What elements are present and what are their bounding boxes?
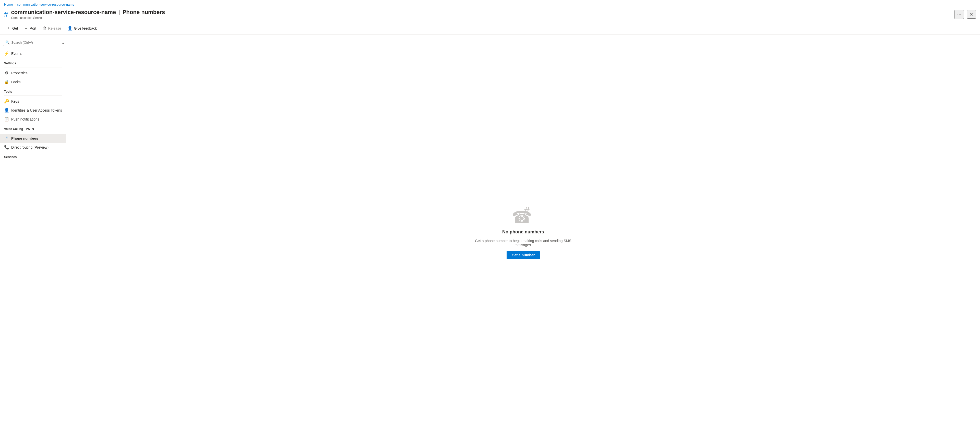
more-options-button[interactable]: ··· bbox=[955, 10, 964, 19]
voice-section-label: Voice Calling - PSTN bbox=[0, 124, 66, 132]
sidebar-item-events[interactable]: ⚡ Events bbox=[0, 49, 66, 58]
empty-state-title: No phone numbers bbox=[502, 229, 544, 234]
get-label: Get bbox=[12, 26, 18, 30]
page-title: communication-service-resource-name | Ph… bbox=[11, 9, 952, 16]
sidebar-item-keys[interactable]: 🔑 Keys bbox=[0, 97, 66, 106]
sidebar-item-label: Direct routing (Preview) bbox=[11, 145, 48, 149]
sidebar-item-identities[interactable]: 👤 Identities & User Access Tokens bbox=[0, 106, 66, 115]
port-icon: → bbox=[24, 26, 28, 30]
phone-numbers-icon: # bbox=[4, 136, 9, 141]
feedback-label: Give feedback bbox=[74, 26, 97, 30]
sidebar-item-label: Events bbox=[11, 52, 22, 56]
sidebar-item-push[interactable]: 📋 Push notifications bbox=[0, 115, 66, 124]
search-icon: 🔍 bbox=[5, 40, 10, 45]
services-section-label: Services bbox=[0, 152, 66, 160]
settings-section-label: Settings bbox=[0, 58, 66, 66]
search-input[interactable] bbox=[11, 41, 54, 45]
page-name: Phone numbers bbox=[123, 9, 165, 16]
sidebar-item-label: Identities & User Access Tokens bbox=[11, 108, 62, 112]
toolbar: ＋ Get → Port 🗑 Release 👤 Give feedback bbox=[0, 22, 980, 35]
sidebar-item-locks[interactable]: 🔒 Locks bbox=[0, 77, 66, 86]
port-button[interactable]: → Port bbox=[22, 24, 39, 32]
empty-state-subtitle: Get a phone number to begin making calls… bbox=[469, 239, 577, 247]
sidebar-item-properties[interactable]: ⚙ Properties bbox=[0, 69, 66, 77]
port-label: Port bbox=[30, 26, 37, 30]
release-label: Release bbox=[48, 26, 61, 30]
sidebar-item-direct-routing[interactable]: 📞 Direct routing (Preview) bbox=[0, 143, 66, 152]
locks-icon: 🔒 bbox=[4, 80, 9, 84]
events-icon: ⚡ bbox=[4, 51, 9, 56]
header-title-block: communication-service-resource-name | Ph… bbox=[11, 9, 952, 20]
search-box[interactable]: 🔍 bbox=[3, 39, 56, 46]
release-icon: 🗑 bbox=[42, 26, 46, 30]
breadcrumb-home[interactable]: Home bbox=[4, 3, 13, 6]
empty-state: ☎ # No phone numbers Get a phone number … bbox=[460, 195, 587, 270]
main-content: ☎ # No phone numbers Get a phone number … bbox=[66, 35, 980, 429]
voice-divider bbox=[4, 133, 62, 133]
settings-divider bbox=[4, 67, 62, 67]
feedback-icon: 👤 bbox=[67, 26, 73, 30]
get-icon: ＋ bbox=[6, 26, 11, 31]
release-button[interactable]: 🗑 Release bbox=[40, 24, 64, 32]
search-row: 🔍 « bbox=[0, 37, 66, 49]
identities-icon: 👤 bbox=[4, 108, 9, 113]
push-icon: 📋 bbox=[4, 117, 9, 121]
sidebar-item-label: Phone numbers bbox=[11, 136, 38, 140]
page-header: # communication-service-resource-name | … bbox=[0, 8, 980, 22]
breadcrumb-separator: › bbox=[14, 3, 16, 6]
sidebar-item-label: Keys bbox=[11, 99, 19, 104]
sidebar: 🔍 « ⚡ Events Settings ⚙ Properties 🔒 Loc… bbox=[0, 35, 66, 429]
sidebar-item-phone-numbers[interactable]: # Phone numbers bbox=[0, 134, 66, 143]
sidebar-item-label: Push notifications bbox=[11, 117, 39, 121]
sidebar-item-label: Properties bbox=[11, 71, 27, 75]
layout: 🔍 « ⚡ Events Settings ⚙ Properties 🔒 Loc… bbox=[0, 35, 980, 429]
sidebar-item-label: Locks bbox=[11, 80, 21, 84]
header-subtitle: Communication Service bbox=[11, 16, 952, 20]
resource-icon: # bbox=[4, 11, 8, 18]
properties-icon: ⚙ bbox=[4, 70, 9, 75]
collapse-button[interactable]: « bbox=[60, 40, 66, 46]
breadcrumb: Home › communication-service-resource-na… bbox=[0, 0, 980, 8]
resource-name: communication-service-resource-name bbox=[11, 9, 116, 16]
keys-icon: 🔑 bbox=[4, 99, 9, 104]
empty-state-icon: ☎ # bbox=[512, 205, 535, 225]
get-button[interactable]: ＋ Get bbox=[4, 24, 21, 32]
get-number-button[interactable]: Get a number bbox=[507, 251, 540, 259]
breadcrumb-resource[interactable]: communication-service-resource-name bbox=[17, 3, 75, 6]
phone-hash-svg: ☎ # bbox=[512, 205, 535, 225]
title-divider: | bbox=[118, 9, 120, 16]
tools-section-label: Tools bbox=[0, 86, 66, 94]
direct-routing-icon: 📞 bbox=[4, 145, 9, 150]
feedback-button[interactable]: 👤 Give feedback bbox=[65, 24, 100, 32]
svg-text:#: # bbox=[524, 205, 530, 217]
close-button[interactable]: ✕ bbox=[967, 10, 976, 19]
tools-divider bbox=[4, 96, 62, 96]
